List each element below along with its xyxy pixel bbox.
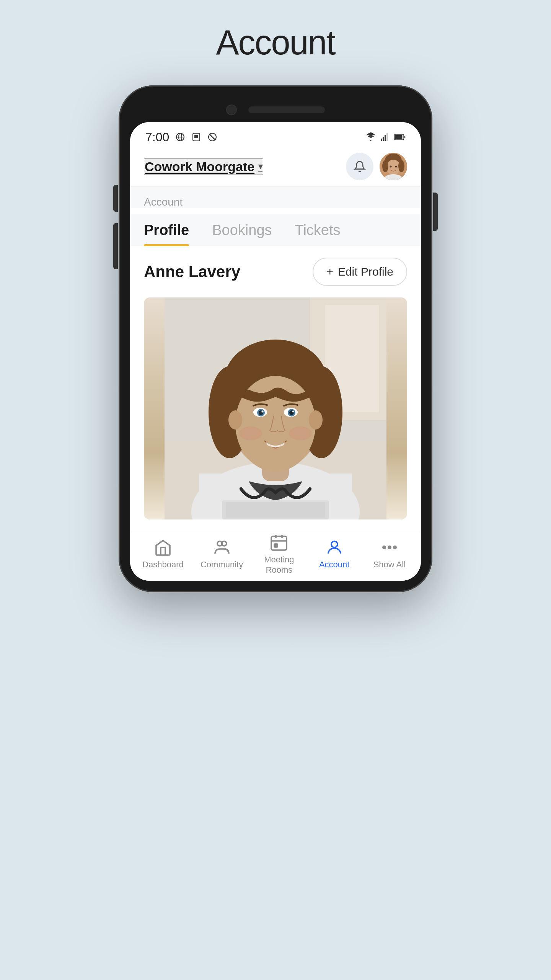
- sim-icon: [191, 131, 202, 143]
- face-container: [144, 297, 407, 519]
- nav-meeting-rooms-label: Meeting Rooms: [264, 555, 294, 575]
- data-icon: [174, 131, 186, 143]
- volume-button: [113, 185, 118, 212]
- svg-point-53: [388, 546, 391, 549]
- svg-rect-50: [274, 544, 277, 547]
- profile-content: Anne Lavery + Edit Profile: [130, 246, 421, 531]
- svg-rect-7: [381, 139, 382, 141]
- nav-community-label: Community: [201, 560, 243, 570]
- bottom-nav: Dashboard Community: [130, 531, 421, 581]
- plus-icon: +: [326, 265, 333, 278]
- workspace-name-text: Cowork Moorgate: [145, 159, 254, 174]
- svg-rect-9: [385, 135, 386, 141]
- svg-rect-4: [194, 135, 198, 138]
- phone-shell: 7:00: [119, 85, 432, 592]
- profile-photo: [144, 297, 407, 519]
- svg-rect-8: [383, 137, 384, 141]
- edit-profile-button[interactable]: + Edit Profile: [313, 258, 407, 286]
- svg-point-44: [289, 426, 312, 440]
- profile-portrait: [144, 297, 407, 519]
- phone-screen: 7:00: [130, 122, 421, 581]
- signal-icon: [380, 131, 391, 143]
- nav-show-all-label: Show All: [373, 560, 406, 570]
- community-icon: [213, 538, 231, 557]
- nav-account[interactable]: Account: [315, 538, 354, 570]
- svg-point-16: [382, 160, 388, 172]
- svg-point-15: [386, 160, 400, 175]
- notifications-button[interactable]: [346, 153, 373, 180]
- svg-point-18: [390, 166, 392, 168]
- power-button: [113, 223, 118, 269]
- nav-dashboard-label: Dashboard: [142, 560, 184, 570]
- header-actions: [346, 153, 407, 180]
- calendar-icon: [270, 533, 288, 552]
- edit-profile-label: Edit Profile: [338, 265, 393, 278]
- svg-point-51: [331, 541, 337, 547]
- svg-rect-46: [226, 502, 325, 518]
- svg-point-48: [222, 541, 227, 546]
- no-icon: [207, 131, 218, 143]
- svg-point-43: [239, 426, 262, 440]
- tabs-container: Profile Bookings Tickets: [130, 214, 421, 246]
- tab-profile[interactable]: Profile: [144, 214, 201, 246]
- home-icon: [154, 538, 172, 557]
- svg-point-33: [228, 410, 242, 430]
- camera: [226, 105, 237, 115]
- profile-header: Anne Lavery + Edit Profile: [144, 258, 407, 286]
- battery-icon: [394, 131, 406, 143]
- status-left: 7:00: [145, 130, 218, 144]
- status-icons-left: [174, 131, 218, 143]
- tab-tickets[interactable]: Tickets: [295, 214, 352, 246]
- svg-point-38: [262, 411, 264, 413]
- svg-line-6: [209, 134, 215, 140]
- nav-meeting-rooms[interactable]: Meeting Rooms: [260, 533, 298, 575]
- app-header: Cowork Moorgate ▾: [130, 149, 421, 187]
- svg-point-52: [383, 546, 385, 549]
- user-avatar-button[interactable]: [380, 153, 407, 180]
- phone-top-bar: [130, 97, 421, 122]
- svg-rect-49: [271, 536, 287, 550]
- tab-bookings[interactable]: Bookings: [212, 214, 283, 246]
- bell-icon: [354, 160, 366, 173]
- page-title: Account: [216, 23, 335, 62]
- avatar: [380, 153, 407, 180]
- svg-rect-10: [386, 133, 388, 141]
- nav-show-all[interactable]: Show All: [370, 538, 409, 570]
- more-icon: [380, 538, 399, 557]
- svg-point-17: [398, 160, 404, 172]
- speaker: [248, 106, 325, 113]
- status-bar: 7:00: [130, 122, 421, 149]
- svg-rect-12: [395, 135, 402, 139]
- svg-point-54: [394, 546, 396, 549]
- status-time: 7:00: [145, 130, 169, 144]
- status-icons-right: [365, 131, 406, 143]
- svg-point-34: [309, 410, 323, 430]
- account-icon: [325, 538, 344, 557]
- nav-community[interactable]: Community: [201, 538, 243, 570]
- svg-point-19: [395, 166, 397, 168]
- account-section-label: Account: [144, 196, 407, 208]
- chevron-down-icon: ▾: [258, 162, 262, 172]
- nav-dashboard[interactable]: Dashboard: [142, 538, 184, 570]
- side-button-right: [433, 193, 438, 231]
- workspace-selector[interactable]: Cowork Moorgate ▾: [144, 158, 263, 175]
- nav-account-label: Account: [319, 560, 350, 570]
- account-section-header: Account: [130, 187, 421, 208]
- wifi-icon: [365, 131, 377, 143]
- svg-point-42: [292, 411, 294, 413]
- user-name: Anne Lavery: [144, 263, 240, 281]
